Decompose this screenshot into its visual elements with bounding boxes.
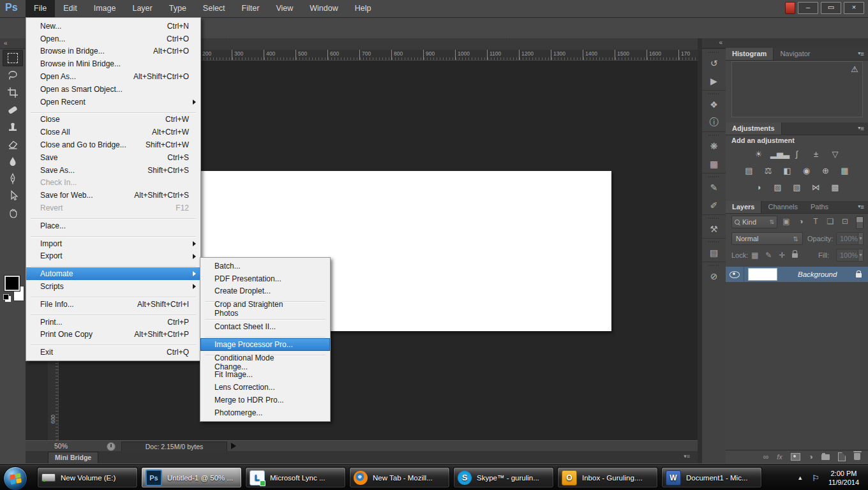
- zoom-level-field[interactable]: 50%: [54, 442, 68, 450]
- layer-visibility-toggle[interactable]: [726, 267, 744, 282]
- menu-item[interactable]: Browse in Mini Bridge...: [26, 57, 200, 70]
- menu-item[interactable]: Lens Correction...: [200, 381, 330, 394]
- layer-style-button[interactable]: fx: [777, 453, 782, 461]
- menu-item[interactable]: Print One Copy Alt+Shift+Ctrl+P: [26, 329, 200, 341]
- menubar-item[interactable]: Layer: [124, 0, 160, 17]
- panel-tab[interactable]: Layers: [726, 201, 761, 213]
- delete-layer-button[interactable]: [854, 453, 860, 460]
- status-clock-icon[interactable]: [107, 442, 116, 451]
- menu-item[interactable]: Open Recent: [26, 96, 200, 108]
- menu-item[interactable]: Contact Sheet II...: [200, 320, 330, 333]
- rectangular-marquee-tool[interactable]: [3, 50, 23, 66]
- dock-divider[interactable]: [698, 38, 702, 463]
- taskbar-button-outlook[interactable]: O Inbox - Guruling....: [557, 467, 658, 488]
- menu-item[interactable]: Save for Web... Alt+Shift+Ctrl+S: [26, 189, 200, 202]
- minimize-button[interactable]: –: [798, 2, 818, 14]
- gradient-map-icon[interactable]: ⋈: [809, 181, 823, 193]
- menu-item[interactable]: Close and Go to Bridge... Shift+Ctrl+W: [26, 138, 200, 151]
- menubar-item[interactable]: Window: [301, 0, 346, 17]
- tray-expand-icon[interactable]: ▲: [797, 475, 803, 481]
- panel-tab[interactable]: Navigator: [774, 48, 816, 60]
- color-lookup-icon[interactable]: ▦: [837, 165, 852, 177]
- new-layer-button[interactable]: [838, 452, 846, 461]
- menu-item[interactable]: Image Processor Pro...: [200, 338, 330, 351]
- swatches-panel-icon[interactable]: ▦: [702, 155, 726, 173]
- menu-item[interactable]: Conditional Mode Change...: [200, 356, 330, 369]
- menu-item[interactable]: Batch...: [200, 260, 330, 272]
- start-button[interactable]: [3, 466, 27, 490]
- menubar-item[interactable]: Filter: [234, 0, 268, 17]
- menu-item[interactable]: Export: [26, 250, 200, 263]
- menu-item[interactable]: Revert F12: [26, 202, 200, 214]
- lock-paint-icon[interactable]: ✎: [765, 251, 772, 260]
- new-adjustment-layer-button[interactable]: ◑: [809, 452, 813, 461]
- info-panel-icon[interactable]: ⓘ: [702, 114, 726, 131]
- menu-item[interactable]: Photomerge...: [200, 406, 330, 419]
- restore-button[interactable]: ▭: [821, 2, 841, 14]
- menu-item[interactable]: Automate: [26, 267, 200, 280]
- taskbar-clock[interactable]: 2:00 PM 11/9/2014: [828, 469, 862, 487]
- menu-item[interactable]: Check In...: [26, 177, 200, 189]
- action-center-flag-icon[interactable]: ⚐: [812, 473, 819, 483]
- clone-source-panel-icon[interactable]: ⚒: [702, 220, 726, 238]
- clone-stamp-tool[interactable]: [3, 119, 23, 135]
- black-white-icon[interactable]: ◧: [780, 165, 795, 177]
- menubar-item[interactable]: Image: [86, 0, 124, 17]
- posterize-icon[interactable]: ▨: [770, 181, 785, 193]
- filter-smart-object-icon[interactable]: ⊡: [841, 217, 849, 226]
- menu-item[interactable]: Create Droplet...: [200, 285, 330, 298]
- toolbar-collapse-button[interactable]: «: [0, 38, 26, 49]
- panel-menu-icon[interactable]: ▾≡: [858, 50, 864, 57]
- warning-icon[interactable]: ⚠: [851, 64, 858, 74]
- menu-item[interactable]: PDF Presentation...: [200, 272, 330, 285]
- menu-item[interactable]: Merge to HDR Pro...: [200, 394, 330, 406]
- menubar-item[interactable]: Edit: [55, 0, 86, 17]
- panel-tab[interactable]: Adjustments: [726, 122, 782, 135]
- hue-saturation-icon[interactable]: ▤: [742, 165, 756, 177]
- menu-item[interactable]: New... Ctrl+N: [26, 20, 200, 33]
- fill-field[interactable]: 100% ▾: [836, 249, 864, 262]
- layer-filter-dropdown[interactable]: Kind ⇅: [731, 216, 777, 228]
- levels-icon[interactable]: ▂▅▃: [770, 148, 785, 160]
- menu-item[interactable]: Open As... Alt+Shift+Ctrl+O: [26, 70, 200, 83]
- menu-item[interactable]: Open... Ctrl+O: [26, 33, 200, 45]
- crop-tool[interactable]: [3, 84, 23, 101]
- taskbar-button-firefox[interactable]: New Tab - Mozill...: [349, 467, 450, 488]
- history-panel-icon[interactable]: ↺: [702, 54, 726, 72]
- notes-panel-icon[interactable]: ⊘: [702, 267, 726, 285]
- menu-item[interactable]: Scripts: [26, 280, 200, 293]
- close-button[interactable]: ×: [844, 2, 864, 14]
- foreground-color-swatch[interactable]: [4, 276, 20, 291]
- menu-item[interactable]: Crop and Straighten Photos: [200, 302, 330, 315]
- menubar-item[interactable]: Help: [347, 0, 380, 17]
- panel-menu-icon[interactable]: ▾≡: [858, 204, 864, 211]
- color-balance-icon[interactable]: ⚖: [761, 165, 775, 177]
- path-selection-tool[interactable]: [3, 188, 23, 204]
- menu-item[interactable]: Save As... Shift+Ctrl+S: [26, 164, 200, 177]
- hand-tool[interactable]: [3, 205, 23, 221]
- lock-transparency-icon[interactable]: ▦: [751, 251, 758, 260]
- menubar-item[interactable]: Type: [161, 0, 195, 17]
- menubar-item[interactable]: Select: [195, 0, 234, 17]
- layer-thumbnail[interactable]: [748, 268, 777, 281]
- lock-all-icon[interactable]: [792, 253, 798, 258]
- menu-item[interactable]: Open as Smart Object...: [26, 83, 200, 96]
- default-colors-icon[interactable]: [3, 294, 9, 300]
- menu-item[interactable]: Import: [26, 237, 200, 250]
- filter-adjustment-icon[interactable]: ◑: [797, 217, 805, 226]
- lock-move-icon[interactable]: ✛: [779, 251, 785, 260]
- brush-presets-panel-icon[interactable]: ✐: [702, 197, 726, 214]
- collapse-panels-button[interactable]: «: [702, 38, 726, 48]
- layer-filter-toggle[interactable]: [856, 216, 864, 229]
- menu-item[interactable]: Exit Ctrl+Q: [26, 346, 200, 359]
- mini-bridge-tab[interactable]: Mini Bridge: [48, 452, 98, 463]
- actions-panel-icon[interactable]: ▶: [702, 72, 726, 90]
- layer-row-background[interactable]: Background: [726, 267, 868, 282]
- spot-healing-brush-tool[interactable]: [3, 101, 23, 118]
- taskbar-button-skype[interactable]: S Skype™ - gurulin...: [453, 467, 554, 488]
- taskbar-button-lync[interactable]: L Microsoft Lync ...: [245, 467, 346, 488]
- document-size-indicator[interactable]: Doc: 2.15M/0 bytes: [121, 442, 227, 452]
- taskbar-button-photoshop[interactable]: Ps Untitled-1 @ 50% ...: [141, 467, 242, 488]
- panel-tab[interactable]: Paths: [804, 201, 835, 213]
- curves-icon[interactable]: ∫: [789, 148, 804, 160]
